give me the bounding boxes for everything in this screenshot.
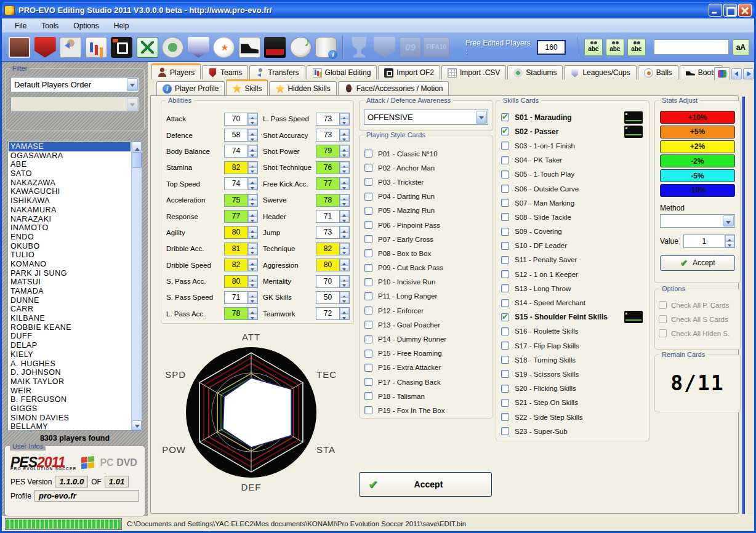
spin-down-icon[interactable] bbox=[248, 314, 257, 320]
playing-style-card-row[interactable]: P12 - Enforcer bbox=[364, 303, 493, 318]
method-dropdown[interactable] bbox=[660, 214, 735, 228]
spinner-buttons[interactable] bbox=[339, 308, 349, 319]
ability-value-spinner[interactable]: 77 bbox=[316, 177, 350, 190]
spinner-buttons[interactable] bbox=[339, 145, 349, 157]
player-list-item[interactable]: MATSUI bbox=[9, 278, 131, 287]
spinner-buttons[interactable] bbox=[247, 243, 257, 255]
spinner-buttons[interactable] bbox=[247, 145, 257, 157]
checkbox[interactable] bbox=[364, 278, 372, 286]
ability-value[interactable]: 50 bbox=[316, 292, 339, 303]
playing-style-card-row[interactable]: P17 - Chasing Back bbox=[364, 375, 493, 389]
ability-value-spinner[interactable]: 78 bbox=[316, 194, 350, 207]
player-list-item[interactable]: SATO bbox=[9, 169, 131, 178]
scroll-up-icon[interactable] bbox=[132, 142, 142, 151]
close-button[interactable] bbox=[738, 4, 752, 17]
spin-up-icon[interactable] bbox=[248, 194, 257, 201]
profile-value[interactable]: pro-evo.fr bbox=[34, 490, 139, 502]
ability-value[interactable]: 74 bbox=[225, 145, 247, 157]
ability-value[interactable]: 77 bbox=[316, 178, 339, 190]
spin-up-icon[interactable] bbox=[248, 145, 257, 151]
spin-up-icon[interactable] bbox=[340, 226, 349, 233]
spin-up-icon[interactable] bbox=[248, 210, 257, 217]
player-list-item[interactable]: MAIK TAYLOR bbox=[9, 377, 131, 387]
ability-value-spinner[interactable]: 78 bbox=[224, 307, 258, 320]
main-tab[interactable]: Players bbox=[151, 63, 201, 79]
spin-down-icon[interactable] bbox=[248, 233, 257, 239]
league-badge-button[interactable] bbox=[186, 34, 212, 60]
spinner-buttons[interactable] bbox=[339, 129, 349, 141]
spin-down-icon[interactable] bbox=[340, 281, 349, 287]
spinner-buttons[interactable] bbox=[247, 113, 257, 125]
spin-up-icon[interactable] bbox=[248, 308, 257, 314]
checkbox[interactable] bbox=[364, 378, 372, 386]
playing-style-card-row[interactable]: P05 - Mazing Run bbox=[364, 204, 493, 218]
spinner-buttons[interactable] bbox=[725, 235, 734, 247]
checkbox[interactable] bbox=[501, 199, 509, 207]
player-list-item[interactable]: A. HUGHES bbox=[9, 359, 131, 369]
menu-item[interactable]: File bbox=[8, 20, 33, 32]
spin-down-icon[interactable] bbox=[340, 151, 349, 158]
spin-up-icon[interactable] bbox=[340, 113, 349, 119]
case-toggle-button[interactable]: aA bbox=[733, 39, 749, 55]
spin-down-icon[interactable] bbox=[340, 119, 349, 125]
checkbox[interactable] bbox=[501, 342, 509, 350]
stat-adjust-button[interactable]: -10% bbox=[660, 184, 735, 197]
spinner-buttons[interactable] bbox=[247, 292, 257, 303]
spin-up-icon[interactable] bbox=[248, 162, 257, 168]
sound-editor-button[interactable] bbox=[288, 34, 314, 60]
checkbox[interactable] bbox=[501, 270, 509, 278]
spin-up-icon[interactable] bbox=[340, 145, 349, 151]
checkbox[interactable] bbox=[501, 427, 509, 435]
ability-value-spinner[interactable]: 82 bbox=[224, 258, 258, 271]
ability-value-spinner[interactable]: 82 bbox=[224, 161, 258, 174]
excel-export-button[interactable] bbox=[135, 34, 161, 60]
spin-down-icon[interactable] bbox=[340, 217, 349, 223]
spin-down-icon[interactable] bbox=[248, 249, 257, 255]
ability-value-spinner[interactable]: 72 bbox=[316, 307, 350, 320]
stats-accept-button[interactable]: ✔ Accept bbox=[660, 255, 735, 271]
ability-value-spinner[interactable]: 50 bbox=[316, 291, 350, 304]
team-crest-button[interactable] bbox=[33, 34, 58, 60]
skill-card-row[interactable]: S21 - Step On Skills bbox=[501, 396, 646, 410]
checkbox[interactable] bbox=[364, 264, 372, 272]
checkbox[interactable] bbox=[501, 113, 509, 121]
stat-adjust-button[interactable]: -2% bbox=[660, 154, 735, 167]
spin-down-icon[interactable] bbox=[248, 151, 257, 158]
database-info-button[interactable] bbox=[313, 34, 339, 60]
spin-up-icon[interactable] bbox=[248, 243, 257, 249]
spinner-buttons[interactable] bbox=[247, 259, 257, 271]
ability-value[interactable]: 81 bbox=[225, 243, 247, 255]
main-tab[interactable]: Stadiums bbox=[507, 65, 563, 79]
boots-button[interactable] bbox=[237, 34, 263, 60]
spinner-buttons[interactable] bbox=[247, 308, 257, 319]
spin-up-icon[interactable] bbox=[248, 276, 257, 282]
player-list-item[interactable]: DELAP bbox=[9, 341, 131, 350]
spin-down-icon[interactable] bbox=[340, 200, 349, 206]
checkbox[interactable] bbox=[501, 299, 509, 307]
spin-up-icon[interactable] bbox=[248, 259, 257, 265]
spin-down-icon[interactable] bbox=[340, 135, 349, 142]
player-order-dropdown[interactable]: Default Players Order bbox=[10, 77, 139, 92]
chevron-down-icon[interactable] bbox=[723, 215, 734, 226]
overflow-tab[interactable] bbox=[714, 67, 730, 80]
skill-card-row[interactable]: S09 - Covering bbox=[501, 225, 646, 239]
ability-value[interactable]: 80 bbox=[225, 226, 247, 238]
skill-card-row[interactable]: S07 - Man Marking bbox=[501, 196, 646, 210]
checkbox[interactable] bbox=[501, 385, 509, 393]
playing-style-card-row[interactable]: P13 - Goal Poacher bbox=[364, 318, 493, 332]
ability-value[interactable]: 71 bbox=[225, 292, 247, 303]
spin-up-icon[interactable] bbox=[248, 226, 257, 233]
checkbox[interactable] bbox=[364, 392, 372, 400]
ability-value[interactable]: 74 bbox=[225, 178, 247, 190]
scroll-down-icon[interactable] bbox=[132, 420, 142, 430]
skill-card-row[interactable]: S22 - Side Step Skills bbox=[501, 410, 646, 424]
stadium-button[interactable] bbox=[160, 34, 186, 60]
spin-up-icon[interactable] bbox=[248, 113, 257, 119]
checkbox[interactable] bbox=[364, 321, 372, 329]
spin-up-icon[interactable] bbox=[340, 178, 349, 184]
playing-style-card-row[interactable]: P04 - Darting Run bbox=[364, 190, 493, 204]
spinner-buttons[interactable] bbox=[247, 129, 257, 141]
player-transfer-button[interactable] bbox=[58, 34, 84, 60]
player-list-item[interactable]: ABE bbox=[9, 160, 131, 169]
stat-adjust-button[interactable]: +5% bbox=[660, 126, 735, 138]
